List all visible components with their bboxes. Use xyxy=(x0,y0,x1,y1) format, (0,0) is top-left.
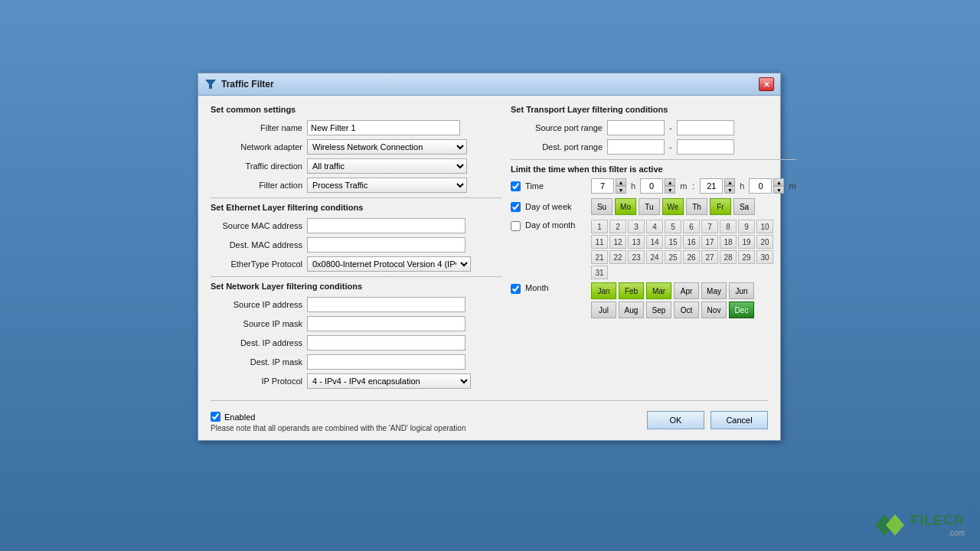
enabled-checkbox[interactable] xyxy=(211,412,220,422)
time-to-m-input[interactable] xyxy=(749,178,772,194)
time-checkbox[interactable] xyxy=(511,181,521,191)
date-16[interactable]: 16 xyxy=(683,235,700,249)
time-from-h-down[interactable]: ▼ xyxy=(616,186,626,194)
svg-marker-0 xyxy=(205,80,216,89)
date-20[interactable]: 20 xyxy=(756,235,773,249)
dst-ip-mask-input[interactable] xyxy=(307,354,466,370)
day-mo[interactable]: Mo xyxy=(615,198,636,215)
dst-ip-input[interactable] xyxy=(307,335,466,350)
filter-name-input[interactable] xyxy=(307,120,460,135)
enabled-label: Enabled xyxy=(224,412,255,422)
network-adapter-select[interactable]: Wireless Network Connection Local Area C… xyxy=(307,139,467,155)
day-sa[interactable]: Sa xyxy=(733,198,755,215)
src-ip-input[interactable] xyxy=(307,297,466,312)
traffic-direction-select[interactable]: All traffic Inbound Outbound xyxy=(307,158,467,174)
date-12[interactable]: 12 xyxy=(609,235,626,249)
day-of-month-checkbox[interactable] xyxy=(511,221,521,231)
day-tu[interactable]: Tu xyxy=(639,198,660,215)
date-25[interactable]: 25 xyxy=(665,250,681,264)
h-unit-2: h xyxy=(740,181,744,191)
date-22[interactable]: 22 xyxy=(609,250,626,264)
time-label: Time xyxy=(525,181,586,191)
date-27[interactable]: 27 xyxy=(701,250,718,264)
dst-mac-input[interactable] xyxy=(307,237,466,253)
time-from-m-down[interactable]: ▼ xyxy=(665,186,675,194)
time-to-h-input[interactable] xyxy=(700,178,723,194)
date-3[interactable]: 3 xyxy=(628,220,645,233)
date-5[interactable]: 5 xyxy=(665,220,681,233)
day-su[interactable]: Su xyxy=(591,198,612,215)
src-port-from-input[interactable] xyxy=(607,120,665,135)
date-2[interactable]: 2 xyxy=(609,220,626,233)
network-adapter-row: Network adapter Wireless Network Connect… xyxy=(211,139,501,155)
time-to-h-down[interactable]: ▼ xyxy=(724,186,735,194)
time-from-m-up[interactable]: ▲ xyxy=(665,178,675,186)
date-24[interactable]: 24 xyxy=(646,250,663,264)
src-mac-input[interactable] xyxy=(307,218,466,233)
dst-port-to-input[interactable] xyxy=(677,139,734,155)
window-title: Traffic Filter xyxy=(221,79,274,90)
date-29[interactable]: 29 xyxy=(738,250,755,264)
month-may[interactable]: May xyxy=(701,282,727,299)
month-nov[interactable]: Nov xyxy=(701,302,727,318)
date-6[interactable]: 6 xyxy=(683,220,700,233)
src-port-to-input[interactable] xyxy=(677,120,734,135)
date-31[interactable]: 31 xyxy=(591,266,608,279)
date-7[interactable]: 7 xyxy=(701,220,718,233)
date-28[interactable]: 28 xyxy=(720,250,737,264)
date-17[interactable]: 17 xyxy=(701,235,718,249)
date-9[interactable]: 9 xyxy=(738,220,755,233)
time-to-h-up[interactable]: ▲ xyxy=(724,178,735,186)
traffic-direction-row: Traffic direction All traffic Inbound Ou… xyxy=(211,158,501,174)
time-from-h-up[interactable]: ▲ xyxy=(616,178,626,186)
date-23[interactable]: 23 xyxy=(628,250,645,264)
date-8[interactable]: 8 xyxy=(720,220,737,233)
day-th[interactable]: Th xyxy=(686,198,707,215)
month-dec[interactable]: Dec xyxy=(729,302,754,318)
date-11[interactable]: 11 xyxy=(591,235,608,249)
dst-port-from-input[interactable] xyxy=(607,139,665,155)
src-ip-mask-input[interactable] xyxy=(307,316,466,331)
day-of-week-checkbox[interactable] xyxy=(511,202,521,212)
transport-section-title: Set Transport Layer filtering conditions xyxy=(511,105,796,114)
ip-protocol-select[interactable]: 4 - IPv4 - IPv4 encapsulation 6 - TCP 17… xyxy=(307,373,471,389)
date-4[interactable]: 4 xyxy=(646,220,663,233)
day-we[interactable]: We xyxy=(662,198,684,215)
month-row: Month Jan Feb Mar Apr May Jun xyxy=(511,282,796,318)
ok-button[interactable]: OK xyxy=(647,411,704,429)
time-from-h-input[interactable] xyxy=(591,178,614,194)
time-to-m-up[interactable]: ▲ xyxy=(773,178,784,186)
filter-icon xyxy=(204,78,217,90)
month-jul[interactable]: Jul xyxy=(591,302,616,318)
date-26[interactable]: 26 xyxy=(683,250,700,264)
time-from-m-input[interactable] xyxy=(640,178,663,194)
month-mar[interactable]: Mar xyxy=(646,282,671,299)
month-jan[interactable]: Jan xyxy=(591,282,616,299)
date-1[interactable]: 1 xyxy=(591,220,608,233)
dst-port-dash: - xyxy=(669,142,672,152)
date-15[interactable]: 15 xyxy=(665,235,681,249)
month-jun[interactable]: Jun xyxy=(729,282,754,299)
cancel-button[interactable]: Cancel xyxy=(710,411,768,429)
month-sep[interactable]: Sep xyxy=(646,302,671,318)
month-oct[interactable]: Oct xyxy=(674,302,699,318)
day-fr[interactable]: Fr xyxy=(710,198,731,215)
date-21[interactable]: 21 xyxy=(591,250,608,264)
date-10[interactable]: 10 xyxy=(756,220,773,233)
month-checkbox[interactable] xyxy=(511,284,521,294)
time-from-m-arrows: ▲ ▼ xyxy=(665,178,675,194)
date-18[interactable]: 18 xyxy=(720,235,737,249)
date-30[interactable]: 30 xyxy=(756,250,773,264)
date-14[interactable]: 14 xyxy=(646,235,663,249)
day-of-week-row: Day of week Su Mo Tu We Th Fr Sa xyxy=(511,198,796,215)
month-feb[interactable]: Feb xyxy=(619,282,644,299)
time-to-m-down[interactable]: ▼ xyxy=(773,186,784,194)
filter-action-select[interactable]: Process Traffic Pass Without Processing … xyxy=(307,178,467,193)
month-grid: Jan Feb Mar Apr May Jun Jul Aug Sep xyxy=(591,282,754,318)
month-aug[interactable]: Aug xyxy=(619,302,644,318)
month-apr[interactable]: Apr xyxy=(674,282,699,299)
date-19[interactable]: 19 xyxy=(738,235,755,249)
date-13[interactable]: 13 xyxy=(628,235,645,249)
ethertype-select[interactable]: 0x0800-Internet Protocol Version 4 (IPv4… xyxy=(307,256,471,272)
close-button[interactable]: ✕ xyxy=(759,77,774,91)
